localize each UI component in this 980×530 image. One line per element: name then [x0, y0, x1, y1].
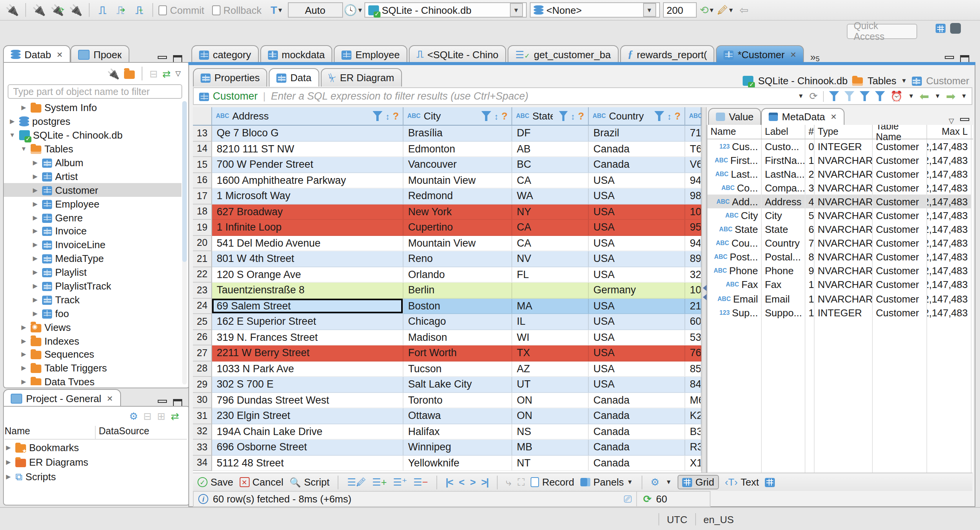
grid-cell-address[interactable]: 162 E Superior Street	[212, 314, 403, 330]
txn-mode-select[interactable]: Auto	[287, 2, 343, 18]
grid-cell-postal[interactable]: 10	[685, 283, 701, 298]
tree-item-sqlite-chinook-db[interactable]: ▼SQLite - Chinook.db	[4, 129, 181, 142]
grid-cell-postal[interactable]: M6	[685, 393, 701, 408]
meta-cell[interactable]: 2	[805, 167, 815, 181]
meta-cell-name[interactable]: 123Cus...	[707, 139, 762, 153]
grid-cell-city[interactable]: Winnipeg	[403, 440, 512, 455]
meta-cell[interactable]: 7	[805, 236, 815, 250]
meta-cell[interactable]: NVARCHAR	[815, 264, 873, 278]
tab-projects[interactable]: Проек	[70, 45, 129, 63]
meta-column--[interactable]: #	[805, 125, 815, 139]
edit-value-icon[interactable]: ☰🖉	[347, 476, 366, 488]
grid-cell-postal[interactable]: 98	[685, 188, 701, 204]
grid-cell-address[interactable]: 319 N. Frances Street	[212, 330, 403, 345]
new-folder-icon[interactable]	[124, 70, 135, 79]
filter-history-arrow[interactable]: ▼	[798, 93, 804, 100]
grid-cell-address[interactable]: Qe 7 Bloco G	[212, 126, 403, 141]
disconnect-icon[interactable]: 🔌	[68, 2, 83, 18]
grid-cell-country[interactable]: Canada	[589, 424, 685, 440]
grid-cell-postal[interactable]: 94	[685, 173, 701, 188]
meta-cell[interactable]: 1	[805, 153, 815, 167]
meta-cell-max[interactable]: 2,147,483	[927, 209, 972, 222]
minimize-icon[interactable]	[945, 56, 954, 59]
grid-cell-city[interactable]: Toronto	[403, 393, 512, 408]
row-number[interactable]: 22	[193, 267, 212, 283]
meta-cell-max[interactable]: 2,147,483	[927, 139, 972, 153]
grid-cell-state[interactable]: AZ	[512, 361, 589, 377]
commit-button[interactable]: Commit	[158, 4, 204, 16]
tree-item-employee[interactable]: ▶Employee	[4, 197, 181, 211]
schema-select[interactable]: <None> ▼	[529, 2, 660, 18]
magic-pen-icon[interactable]: 🖉▼	[718, 2, 733, 18]
tree-item-foo[interactable]: ▶foo	[4, 307, 181, 321]
grid-cell-address[interactable]: 1 Microsoft Way	[212, 188, 403, 204]
meta-column-type[interactable]: Type	[815, 125, 873, 139]
tree-item-mediatype[interactable]: ▶MediaType	[4, 252, 181, 266]
grid-cell-city[interactable]: Brasília	[403, 126, 512, 141]
meta-cell-name[interactable]: ABCFax	[707, 278, 762, 292]
row-number[interactable]: 16	[193, 173, 212, 188]
expand-arrow-icon[interactable]: ▶	[31, 310, 39, 317]
expand-arrow-icon[interactable]: ▶	[5, 459, 12, 466]
auto-sync-icon[interactable]: ⟲▼	[699, 2, 715, 18]
row-number[interactable]: 26	[193, 330, 212, 345]
help-icon[interactable]: ?	[578, 110, 584, 122]
grid-cell-city[interactable]: Orlando	[403, 267, 512, 283]
meta-cell[interactable]: Compa...	[762, 181, 805, 195]
metadata-row[interactable]: ABCPost...Postal...8NVARCHARCustomer2,14…	[707, 250, 973, 264]
grid-cell-country[interactable]: Canada	[589, 393, 685, 408]
maximize-icon[interactable]	[173, 399, 182, 407]
row-number[interactable]: 24	[193, 298, 212, 314]
meta-cell[interactable]: Country	[762, 236, 805, 250]
editor-tab-mockdata[interactable]: mockdata	[260, 45, 333, 63]
tab-metadata[interactable]: MetaData✕	[761, 108, 845, 125]
meta-cell[interactable]: Customer	[873, 292, 927, 306]
grid-cell-state[interactable]: WA	[512, 188, 589, 204]
tree-item-invoiceline[interactable]: ▶InvoiceLine	[4, 238, 181, 252]
tree-item-table-triggers[interactable]: ▶Table Triggers	[4, 362, 181, 375]
grid-cell-city[interactable]: Salt Lake City	[403, 377, 512, 393]
close-icon[interactable]: ✕	[107, 394, 113, 402]
grid-cell-country[interactable]: USA	[589, 188, 685, 204]
grid-cell-state[interactable]: DF	[512, 126, 589, 141]
expand-arrow-icon[interactable]: ▶	[5, 473, 12, 480]
grid-cell-postal[interactable]: 94	[685, 236, 701, 251]
grid-cell-country[interactable]: Germany	[589, 283, 685, 298]
meta-cell-name[interactable]: ABCFirst...	[707, 153, 762, 167]
tab-data[interactable]: Data	[269, 68, 319, 87]
row-number[interactable]: 25	[193, 314, 212, 330]
help-icon[interactable]: ?	[675, 110, 681, 122]
grid-cell-postal[interactable]: 53	[685, 330, 701, 345]
next-row-icon[interactable]: >	[470, 476, 475, 488]
filter-funnel-icon[interactable]	[372, 111, 382, 121]
close-icon[interactable]: ✕	[830, 113, 837, 121]
column-datasource[interactable]: DataSource	[95, 426, 168, 439]
metadata-row[interactable]: ABCCityCity5NVARCHARCustomer2,147,483	[707, 209, 973, 222]
meta-cell-max[interactable]: 2,147,483	[927, 278, 972, 292]
meta-cell-name[interactable]: ABCAdd...	[707, 195, 762, 209]
grid-cell-city[interactable]: Edmonton	[403, 141, 512, 157]
row-number[interactable]: 31	[193, 408, 212, 424]
tree-item-data-types[interactable]: ▶Data Types	[4, 375, 181, 385]
row-number[interactable]: 13	[193, 126, 212, 141]
grid-cell-postal[interactable]: 76	[685, 345, 701, 361]
grid-cell-city[interactable]: Redmond	[403, 188, 512, 204]
chevron-down-icon[interactable]: ▼	[901, 77, 907, 84]
row-number[interactable]: 30	[193, 393, 212, 408]
expand-arrow-icon[interactable]: ▶	[31, 255, 39, 262]
grid-cell-postal[interactable]: 95	[685, 220, 701, 236]
meta-cell-max[interactable]: 2,147,483	[927, 306, 972, 319]
meta-cell[interactable]: LastNa...	[762, 167, 805, 181]
meta-cell[interactable]: 1	[805, 278, 815, 292]
meta-cell[interactable]: NVARCHAR	[815, 250, 873, 264]
meta-cell-name[interactable]: ABCCo...	[707, 181, 762, 195]
meta-cell[interactable]: NVARCHAR	[815, 195, 873, 209]
grid-cell-country[interactable]: USA	[589, 377, 685, 393]
meta-cell-name[interactable]: ABCPhone	[707, 264, 762, 278]
meta-cell-name[interactable]: ABCState	[707, 222, 762, 236]
row-number[interactable]: 20	[193, 236, 212, 251]
grid-cell-state[interactable]: CA	[512, 173, 589, 188]
minimize-icon[interactable]	[960, 118, 969, 121]
meta-cell-name[interactable]: ABCCou...	[707, 236, 762, 250]
minimize-icon[interactable]	[158, 56, 167, 59]
